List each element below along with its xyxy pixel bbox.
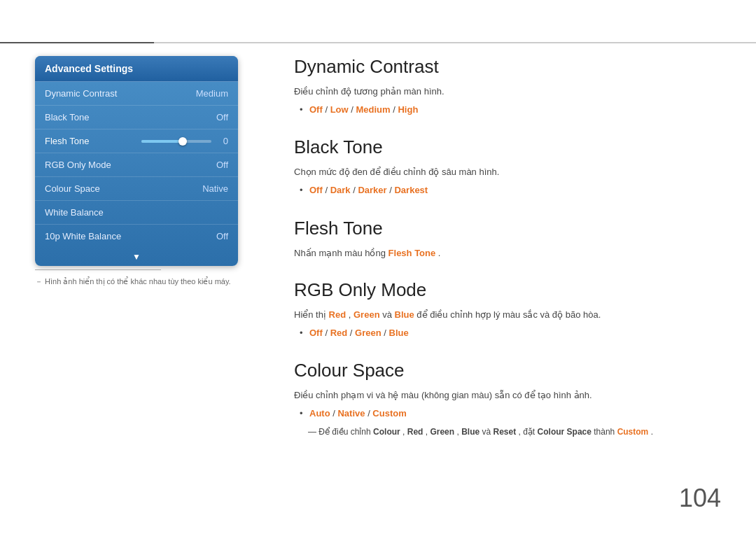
top-bar-light: [154, 42, 756, 43]
option-custom: Custom: [372, 408, 406, 419]
sidebar-item-value: Native: [202, 183, 228, 194]
option-off: Off: [309, 328, 323, 338]
section-title-dynamic-contrast: Dynamic Contrast: [294, 56, 721, 78]
sidebar-item-label: White Balance: [45, 207, 104, 218]
option-blue: Blue: [389, 328, 409, 338]
advanced-settings-title: Advanced Settings: [35, 56, 238, 82]
desc-highlight-flesh-tone: Flesh Tone: [388, 248, 436, 258]
sub-note-custom: Custom: [617, 427, 649, 437]
option-off: Off: [309, 104, 323, 115]
options-list-dynamic-contrast: Off / Low / Medium / High: [294, 103, 721, 118]
sub-note-green: Green: [430, 427, 454, 437]
sub-note-colour: Colour: [373, 427, 400, 437]
sidebar-item-label: RGB Only Mode: [45, 160, 111, 170]
page-number: 104: [679, 484, 721, 513]
sub-note-blue: Blue: [461, 427, 479, 437]
list-item: Auto / Native / Custom: [300, 407, 721, 421]
desc-blue: Blue: [395, 309, 414, 320]
sub-note-sep: ,: [402, 427, 407, 437]
option-darkest: Darkest: [394, 185, 428, 195]
sub-note-period: .: [651, 427, 653, 437]
option-low: Low: [330, 104, 349, 115]
sub-note-colour-space: Colour Space: [538, 427, 592, 437]
options-list-rgb-only-mode: Off / Red / Green / Blue: [294, 326, 721, 341]
section-title-black-tone: Black Tone: [294, 136, 721, 158]
desc-green: Green: [354, 309, 380, 320]
desc-text: và: [382, 309, 394, 320]
desc-text-before: Nhấn mạnh màu hồng: [294, 248, 388, 258]
left-panel: Advanced Settings Dynamic Contrast Mediu…: [35, 56, 238, 266]
slider-fill: [141, 140, 180, 143]
top-bar: [0, 42, 756, 43]
option-sep: /: [350, 328, 355, 338]
advanced-settings-box: Advanced Settings Dynamic Contrast Mediu…: [35, 56, 238, 266]
section-title-flesh-tone: Flesh Tone: [294, 218, 721, 239]
option-high: High: [398, 104, 418, 115]
sidebar-item-label: 10p White Balance: [45, 231, 121, 241]
sub-note-text: Để điều chỉnh: [318, 427, 373, 437]
right-content: Dynamic Contrast Điều chỉnh độ tương phả…: [294, 56, 721, 438]
flesh-tone-value: 0: [217, 136, 228, 146]
sub-note-reset: Reset: [493, 427, 517, 437]
option-red: Red: [330, 328, 348, 338]
colour-space-sub-note: Để điều chỉnh Colour , Red , Green , Blu…: [294, 426, 721, 438]
option-medium: Medium: [356, 104, 391, 115]
desc-text: Hiển thị: [294, 309, 329, 320]
sidebar-item-flesh-tone[interactable]: Flesh Tone 0: [35, 129, 238, 153]
sidebar-item-10p-white-balance[interactable]: 10p White Balance Off: [35, 225, 238, 248]
option-off: Off: [309, 185, 323, 195]
sidebar-item-label: Black Tone: [45, 112, 89, 122]
section-title-rgb-only-mode: RGB Only Mode: [294, 279, 721, 301]
sidebar-item-label: Colour Space: [45, 183, 100, 194]
top-bar-dark: [0, 42, 154, 43]
section-desc-dynamic-contrast: Điều chỉnh độ tương phản màn hình.: [294, 85, 721, 99]
sidebar-item-white-balance[interactable]: White Balance: [35, 201, 238, 225]
desc-red: Red: [329, 309, 346, 320]
sidebar-item-value: Off: [216, 112, 228, 122]
footnote-divider: [35, 269, 161, 270]
sidebar-item-label: Dynamic Contrast: [45, 88, 117, 99]
sidebar-item-rgb-only-mode[interactable]: RGB Only Mode Off: [35, 153, 238, 177]
sub-note-text: thành: [594, 427, 617, 437]
section-desc-flesh-tone: Nhấn mạnh màu hồng Flesh Tone .: [294, 246, 721, 260]
sidebar-item-dynamic-contrast[interactable]: Dynamic Contrast Medium: [35, 82, 238, 106]
option-sep: /: [325, 185, 330, 195]
section-desc-black-tone: Chọn mức độ đen để điều chỉnh độ sâu màn…: [294, 165, 721, 179]
option-dark: Dark: [330, 185, 351, 195]
option-auto: Auto: [309, 408, 330, 419]
section-title-colour-space: Colour Space: [294, 360, 721, 381]
option-darker: Darker: [358, 185, 386, 195]
sidebar-item-black-tone[interactable]: Black Tone Off: [35, 106, 238, 129]
sub-note-red: Red: [407, 427, 424, 437]
footnote-text: － Hình ảnh hiển thị có thể khác nhau tùy…: [35, 276, 231, 287]
desc-text: ,: [349, 309, 354, 320]
option-native: Native: [337, 408, 365, 419]
option-sep: /: [351, 104, 356, 115]
section-desc-colour-space: Điều chỉnh phạm vi và hệ màu (không gian…: [294, 388, 721, 402]
sidebar-item-value: Off: [216, 231, 228, 241]
options-list-black-tone: Off / Dark / Darker / Darkest: [294, 183, 721, 198]
scroll-down-arrow[interactable]: ▼: [35, 248, 238, 266]
sub-note-text: , đặt: [519, 427, 538, 437]
option-sep: /: [384, 328, 388, 338]
sidebar-item-colour-space[interactable]: Colour Space Native: [35, 177, 238, 201]
flesh-tone-slider-track[interactable]: [141, 140, 211, 143]
list-item: Off / Red / Green / Blue: [300, 326, 721, 341]
desc-text-after: .: [438, 248, 441, 258]
sidebar-item-label: Flesh Tone: [45, 136, 89, 146]
sidebar-item-value: Off: [216, 160, 228, 170]
sub-note-text: và: [482, 427, 493, 437]
section-desc-rgb-only-mode: Hiển thị Red , Green và Blue để điều chỉ…: [294, 308, 721, 322]
desc-text: để điều chỉnh hợp lý màu sắc và độ bão h…: [416, 309, 601, 320]
list-item: Off / Dark / Darker / Darkest: [300, 183, 721, 198]
slider-thumb: [178, 137, 187, 146]
options-list-colour-space: Auto / Native / Custom: [294, 407, 721, 421]
list-item: Off / Low / Medium / High: [300, 103, 721, 118]
option-sep: /: [325, 328, 330, 338]
option-sep: /: [325, 104, 330, 115]
sidebar-item-value: Medium: [196, 88, 228, 99]
option-green: Green: [355, 328, 382, 338]
